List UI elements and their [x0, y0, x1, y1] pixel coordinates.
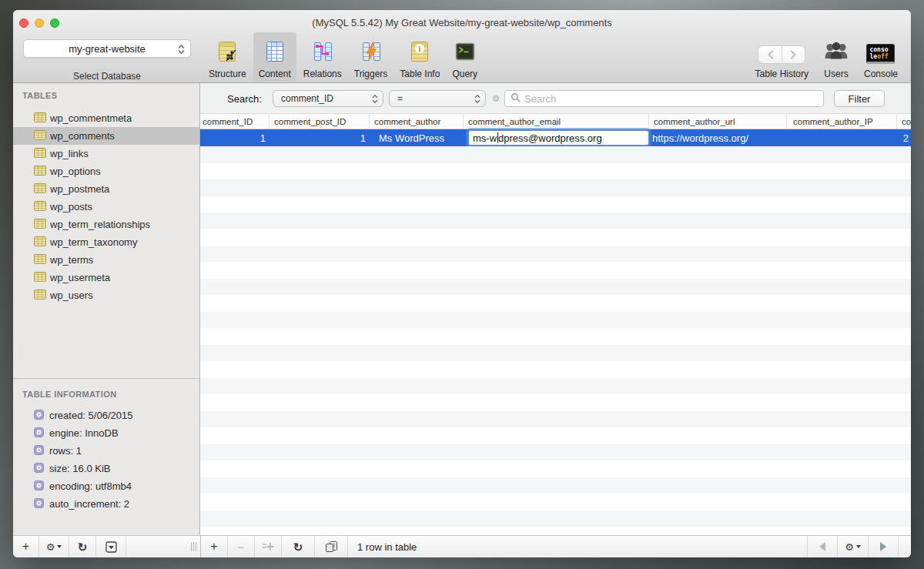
toolbar-item-table-history: Table History [754, 32, 810, 82]
content-icon [263, 40, 286, 66]
history-back-button[interactable] [758, 45, 782, 64]
toggle-info-pane-button[interactable] [96, 536, 126, 557]
toolbar-right-items: Table History Users conso [754, 32, 899, 82]
toolbar-item-users[interactable]: Users [822, 32, 851, 82]
results-grid: comment_ID comment_post_ID comment_autho… [200, 114, 911, 535]
history-forward-button[interactable] [782, 45, 805, 64]
toolbar-item-label: Table Info [400, 69, 440, 79]
copy-rows-button[interactable] [315, 536, 347, 557]
previous-page-button[interactable] [808, 536, 837, 557]
sidebar-item-wp-term-relationships[interactable]: wp_term_relationships [13, 216, 199, 233]
console-icon-line1: conso [869, 46, 888, 53]
column-header-comment-author-email[interactable]: comment_author_email [464, 114, 649, 129]
sidebar-item-wp-term-taxonomy[interactable]: wp_term_taxonomy [13, 233, 199, 251]
pagination-gear-button[interactable]: ⚙ [838, 536, 868, 557]
toolbar-item-relations[interactable]: Relations [298, 32, 347, 82]
refresh-tables-button[interactable]: ↻ [69, 536, 95, 557]
refresh-rows-button[interactable]: ↻ [282, 536, 314, 557]
search-field [504, 90, 824, 107]
column-header-comment-author-url[interactable]: comment_author_url [649, 114, 787, 129]
database-selector[interactable]: my-great-website [23, 39, 191, 58]
chevron-up-down-icon [474, 94, 480, 106]
email-text-before-caret: ms-w [473, 132, 497, 144]
next-page-icon [880, 542, 886, 551]
info-dot-icon [34, 480, 44, 493]
dropdown-arrow-icon [856, 545, 861, 548]
email-edit-input[interactable]: ms-wdpress@wordpress.org [468, 130, 649, 146]
info-dot-icon [34, 498, 44, 510]
info-text: auto_increment: 2 [49, 498, 129, 510]
gear-icon: ⚙ [845, 542, 854, 552]
sidebar-item-wp-usermeta[interactable]: wp_usermeta [13, 269, 199, 286]
toolbar-item-console[interactable]: conso leoff Console [862, 32, 899, 82]
toolbar-item-label: Triggers [354, 69, 388, 79]
table-information-list: created: 5/06/2015 engine: InnoDB rows: … [13, 407, 199, 513]
users-icon [823, 40, 849, 66]
copy-rows-icon [325, 541, 338, 553]
sidebar-item-wp-commentmeta[interactable]: wp_commentmeta [13, 109, 199, 127]
search-input[interactable] [524, 93, 823, 105]
column-header-comment-author[interactable]: comment_author [370, 114, 464, 129]
select-database-label: Select Database [13, 71, 201, 82]
toolbar-item-query[interactable]: Query [447, 32, 483, 82]
toolbar-item-structure[interactable]: Structure [203, 32, 252, 82]
column-header-clipped[interactable]: co [897, 114, 911, 129]
table-icon [34, 148, 46, 160]
remove-row-button[interactable]: − [228, 536, 254, 557]
add-table-button[interactable]: + [13, 536, 38, 557]
row-count-status: 1 row in table [348, 536, 417, 557]
sidebar-item-wp-postmeta[interactable]: wp_postmeta [13, 180, 199, 198]
column-header-comment-post-id[interactable]: comment_post_ID [270, 114, 370, 129]
toolbar-item-triggers[interactable]: Triggers [349, 32, 393, 82]
table-name: wp_term_taxonomy [50, 236, 137, 248]
info-dot-icon [34, 410, 44, 422]
search-icon [511, 92, 521, 105]
toolbar-item-label: Query [452, 69, 477, 79]
table-icon [34, 219, 46, 231]
sidebar-item-wp-terms[interactable]: wp_terms [13, 251, 199, 269]
window-title: (MySQL 5.5.42) My Great Website/my-great… [13, 17, 911, 28]
info-item-created: created: 5/06/2015 [13, 407, 199, 424]
cell-clipped-value: 2 [897, 129, 909, 146]
table-icon [34, 183, 46, 196]
titlebar-toolbar: (MySQL 5.5.42) My Great Website/my-great… [13, 10, 911, 83]
table-history-control [758, 45, 805, 64]
toolbar-item-label: Content [259, 69, 291, 79]
database-selector-value: my-great-website [69, 43, 146, 55]
sidebar: TABLES wp_commentmeta wp_comments wp_lin… [13, 83, 200, 535]
table-row[interactable]: 1 1 Ms WordPress ms-wdpress@wordpress.or… [200, 129, 911, 146]
filter-bar: Search: comment_ID = [200, 83, 911, 114]
query-icon [454, 40, 477, 66]
filter-button[interactable]: Filter [834, 90, 885, 107]
gear-icon: ⚙ [46, 542, 55, 552]
column-header-comment-author-ip[interactable]: comment_author_IP [787, 114, 897, 129]
info-item-engine: engine: InnoDB [13, 424, 199, 442]
duplicate-row-icon [262, 541, 274, 552]
sidebar-item-wp-links[interactable]: wp_links [13, 145, 199, 162]
toolbar-item-table-info[interactable]: i Table Info [394, 32, 445, 82]
field-dropdown[interactable]: comment_ID [273, 90, 383, 107]
table-actions-gear-button[interactable]: ⚙ [39, 536, 69, 557]
cell-comment-author: Ms WordPress [379, 129, 444, 146]
column-header-comment-id[interactable]: comment_ID [200, 114, 270, 129]
sidebar-item-wp-options[interactable]: wp_options [13, 162, 199, 180]
sidebar-item-wp-posts[interactable]: wp_posts [13, 198, 199, 216]
table-icon [34, 254, 46, 266]
table-name: wp_terms [50, 254, 93, 266]
info-text: rows: 1 [49, 445, 82, 457]
svg-text:i: i [418, 45, 421, 53]
duplicate-row-button[interactable] [255, 536, 281, 557]
add-row-button[interactable]: + [201, 536, 227, 557]
sidebar-item-wp-users[interactable]: wp_users [13, 286, 199, 304]
chevron-up-down-icon [178, 44, 185, 57]
next-page-button[interactable] [869, 536, 898, 557]
info-dot-icon [34, 427, 44, 440]
table-name: wp_postmeta [50, 183, 109, 195]
operator-dropdown[interactable]: = [389, 90, 486, 107]
toolbar-item-content[interactable]: Content [253, 32, 296, 82]
table-name: wp_posts [50, 201, 92, 213]
table-icon [34, 166, 46, 178]
sidebar-resize-handle[interactable] [187, 536, 200, 557]
sidebar-item-wp-comments[interactable]: wp_comments [13, 127, 199, 145]
tables-header: TABLES [22, 91, 58, 100]
